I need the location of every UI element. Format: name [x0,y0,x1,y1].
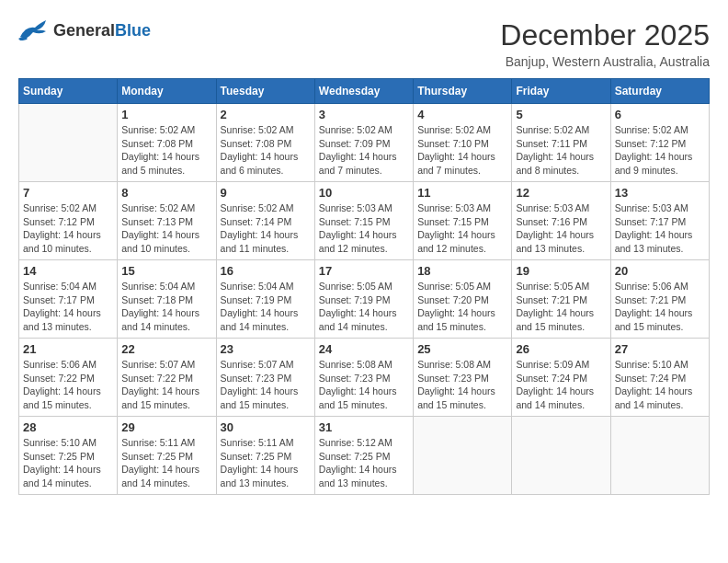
calendar-cell: 14Sunrise: 5:04 AM Sunset: 7:17 PM Dayli… [19,260,118,339]
day-number: 15 [121,264,211,278]
day-info: Sunrise: 5:02 AM Sunset: 7:08 PM Dayligh… [221,123,311,178]
day-number: 4 [417,108,507,121]
day-number: 18 [417,264,507,278]
day-number: 28 [23,420,113,434]
calendar-cell: 28Sunrise: 5:10 AM Sunset: 7:25 PM Dayli… [19,417,118,495]
day-number: 19 [516,264,606,278]
title-block: December 2025 Banjup, Western Australia,… [500,18,710,69]
day-number: 26 [516,342,606,356]
day-number: 24 [319,342,409,356]
day-info: Sunrise: 5:03 AM Sunset: 7:15 PM Dayligh… [417,201,507,256]
calendar-cell: 8Sunrise: 5:02 AM Sunset: 7:13 PM Daylig… [118,182,216,260]
day-info: Sunrise: 5:11 AM Sunset: 7:25 PM Dayligh… [121,436,211,490]
day-info: Sunrise: 5:11 AM Sunset: 7:25 PM Dayligh… [221,436,311,490]
calendar-day-header: Tuesday [216,79,314,104]
calendar-cell: 13Sunrise: 5:03 AM Sunset: 7:17 PM Dayli… [610,182,709,260]
calendar-day-header: Monday [118,79,216,104]
day-number: 30 [221,420,311,434]
calendar-cell: 24Sunrise: 5:08 AM Sunset: 7:23 PM Dayli… [314,339,413,417]
calendar-header-row: SundayMondayTuesdayWednesdayThursdayFrid… [19,79,710,104]
calendar-cell: 16Sunrise: 5:04 AM Sunset: 7:19 PM Dayli… [216,260,314,339]
day-info: Sunrise: 5:09 AM Sunset: 7:24 PM Dayligh… [516,358,606,412]
calendar-week-row: 28Sunrise: 5:10 AM Sunset: 7:25 PM Dayli… [19,417,710,495]
day-number: 27 [615,342,705,356]
calendar-cell: 22Sunrise: 5:07 AM Sunset: 7:22 PM Dayli… [118,339,216,417]
calendar-cell: 15Sunrise: 5:04 AM Sunset: 7:18 PM Dayli… [118,260,216,339]
day-info: Sunrise: 5:10 AM Sunset: 7:25 PM Dayligh… [23,436,113,490]
day-info: Sunrise: 5:02 AM Sunset: 7:13 PM Dayligh… [121,201,211,256]
day-info: Sunrise: 5:05 AM Sunset: 7:20 PM Dayligh… [417,280,507,334]
day-number: 23 [221,342,311,356]
logo: GeneralBlue [18,18,151,42]
calendar-table: SundayMondayTuesdayWednesdayThursdayFrid… [18,78,710,495]
day-number: 2 [221,108,311,121]
day-number: 8 [121,186,211,200]
day-number: 14 [23,264,113,278]
calendar-cell: 11Sunrise: 5:03 AM Sunset: 7:15 PM Dayli… [414,182,512,260]
calendar-cell: 26Sunrise: 5:09 AM Sunset: 7:24 PM Dayli… [512,339,610,417]
calendar-week-row: 14Sunrise: 5:04 AM Sunset: 7:17 PM Dayli… [19,260,710,339]
day-info: Sunrise: 5:02 AM Sunset: 7:12 PM Dayligh… [615,123,705,178]
day-number: 20 [615,264,705,278]
calendar-day-header: Thursday [414,79,512,104]
day-info: Sunrise: 5:02 AM Sunset: 7:12 PM Dayligh… [23,201,113,256]
calendar-week-row: 1Sunrise: 5:02 AM Sunset: 7:08 PM Daylig… [19,104,710,182]
day-info: Sunrise: 5:06 AM Sunset: 7:21 PM Dayligh… [615,280,705,334]
day-number: 3 [319,108,409,121]
day-info: Sunrise: 5:06 AM Sunset: 7:22 PM Dayligh… [23,358,113,412]
day-number: 10 [319,186,409,200]
page-title: December 2025 [500,18,710,52]
calendar-cell: 18Sunrise: 5:05 AM Sunset: 7:20 PM Dayli… [414,260,512,339]
calendar-cell: 9Sunrise: 5:02 AM Sunset: 7:14 PM Daylig… [216,182,314,260]
calendar-cell [19,104,118,182]
calendar-cell: 21Sunrise: 5:06 AM Sunset: 7:22 PM Dayli… [19,339,118,417]
day-number: 12 [516,186,606,200]
day-number: 5 [516,108,606,121]
calendar-day-header: Wednesday [314,79,413,104]
calendar-cell: 31Sunrise: 5:12 AM Sunset: 7:25 PM Dayli… [314,417,413,495]
logo-blue: Blue [115,21,151,40]
day-info: Sunrise: 5:12 AM Sunset: 7:25 PM Dayligh… [319,436,409,490]
calendar-cell: 25Sunrise: 5:08 AM Sunset: 7:23 PM Dayli… [414,339,512,417]
day-number: 22 [121,342,211,356]
day-number: 17 [319,264,409,278]
calendar-cell: 20Sunrise: 5:06 AM Sunset: 7:21 PM Dayli… [610,260,709,339]
day-info: Sunrise: 5:02 AM Sunset: 7:14 PM Dayligh… [221,201,311,256]
day-number: 31 [319,420,409,434]
calendar-cell: 23Sunrise: 5:07 AM Sunset: 7:23 PM Dayli… [216,339,314,417]
day-number: 16 [221,264,311,278]
calendar-cell: 2Sunrise: 5:02 AM Sunset: 7:08 PM Daylig… [216,104,314,182]
day-info: Sunrise: 5:02 AM Sunset: 7:11 PM Dayligh… [516,123,606,178]
day-number: 21 [23,342,113,356]
day-info: Sunrise: 5:04 AM Sunset: 7:17 PM Dayligh… [23,280,113,334]
calendar-day-header: Sunday [19,79,118,104]
logo-general: General [53,21,115,40]
calendar-cell: 5Sunrise: 5:02 AM Sunset: 7:11 PM Daylig… [512,104,610,182]
calendar-cell: 1Sunrise: 5:02 AM Sunset: 7:08 PM Daylig… [118,104,216,182]
calendar-cell: 12Sunrise: 5:03 AM Sunset: 7:16 PM Dayli… [512,182,610,260]
calendar-cell: 27Sunrise: 5:10 AM Sunset: 7:24 PM Dayli… [610,339,709,417]
day-info: Sunrise: 5:02 AM Sunset: 7:09 PM Dayligh… [319,123,409,178]
page-header: GeneralBlue December 2025 Banjup, Wester… [18,18,710,69]
calendar-day-header: Friday [512,79,610,104]
day-number: 11 [417,186,507,200]
day-info: Sunrise: 5:03 AM Sunset: 7:15 PM Dayligh… [319,201,409,256]
calendar-day-header: Saturday [610,79,709,104]
page-subtitle: Banjup, Western Australia, Australia [500,54,710,69]
day-info: Sunrise: 5:07 AM Sunset: 7:23 PM Dayligh… [221,358,311,412]
day-info: Sunrise: 5:05 AM Sunset: 7:21 PM Dayligh… [516,280,606,334]
day-number: 1 [121,108,211,121]
day-number: 13 [615,186,705,200]
calendar-week-row: 21Sunrise: 5:06 AM Sunset: 7:22 PM Dayli… [19,339,710,417]
calendar-week-row: 7Sunrise: 5:02 AM Sunset: 7:12 PM Daylig… [19,182,710,260]
calendar-cell: 6Sunrise: 5:02 AM Sunset: 7:12 PM Daylig… [610,104,709,182]
calendar-cell: 7Sunrise: 5:02 AM Sunset: 7:12 PM Daylig… [19,182,118,260]
calendar-cell: 29Sunrise: 5:11 AM Sunset: 7:25 PM Dayli… [118,417,216,495]
logo-bird-icon [18,18,50,42]
day-info: Sunrise: 5:07 AM Sunset: 7:22 PM Dayligh… [121,358,211,412]
day-info: Sunrise: 5:04 AM Sunset: 7:19 PM Dayligh… [221,280,311,334]
calendar-cell: 3Sunrise: 5:02 AM Sunset: 7:09 PM Daylig… [314,104,413,182]
day-info: Sunrise: 5:03 AM Sunset: 7:17 PM Dayligh… [615,201,705,256]
day-info: Sunrise: 5:02 AM Sunset: 7:10 PM Dayligh… [417,123,507,178]
day-info: Sunrise: 5:04 AM Sunset: 7:18 PM Dayligh… [121,280,211,334]
